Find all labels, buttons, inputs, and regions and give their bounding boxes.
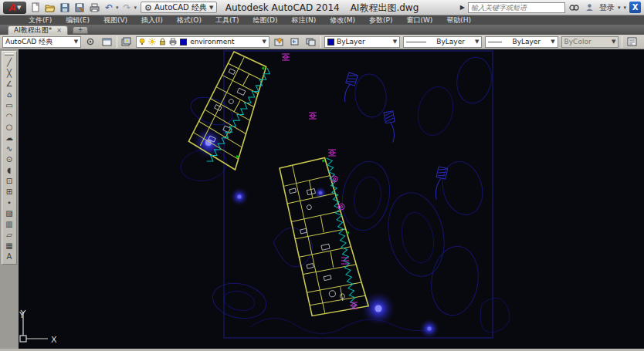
plot-button[interactable]	[88, 2, 100, 14]
lineweight-value: ByLayer	[504, 38, 548, 46]
draw-toolbar: ╱╳∠⌂▭◠○☁∿⊙◖⊡⊞∙▨▥▱▦A	[0, 49, 19, 349]
color-swatch	[327, 39, 334, 46]
app-title: Autodesk AutoCAD 2014	[225, 2, 340, 13]
toolbar-separator	[117, 36, 117, 48]
user-icon[interactable]	[584, 2, 596, 14]
document-tab[interactable]: AI教程出图* ✕	[8, 25, 68, 35]
save-button[interactable]	[59, 2, 71, 14]
new-tab-button[interactable]: +	[73, 26, 88, 34]
infocenter: ▶ 登录 ▾ ▾ X	[460, 2, 641, 14]
menu-item-insert[interactable]: 插入(I)	[134, 15, 170, 25]
menu-bar: 文件(F) 编辑(E) 视图(V) 插入(I) 格式(O) 工具(T) 绘图(D…	[0, 15, 644, 25]
layer-previous-icon[interactable]	[289, 35, 302, 48]
title-bar: A ▼ ↶ ▾ ↷ ▾ AutoCAD 经典 ▼ Autodesk AutoCA…	[0, 0, 644, 15]
menu-item-format[interactable]: 格式(O)	[170, 15, 208, 25]
multiline-text-icon[interactable]: A	[3, 251, 15, 262]
color-dropdown[interactable]: ByLayer ▼	[324, 36, 400, 48]
gear-icon[interactable]	[84, 35, 97, 48]
app-menu-caret-icon: ▼	[17, 5, 21, 11]
app-menu-button[interactable]: A ▼	[3, 2, 26, 14]
point-icon[interactable]: ∙	[3, 197, 15, 208]
region-icon[interactable]: ▱	[3, 230, 15, 241]
color-value: ByLayer	[337, 38, 391, 46]
layer-dropdown[interactable]: environment ▼	[136, 36, 269, 48]
toolbar-grip-handle[interactable]	[5, 53, 14, 56]
drawing-canvas[interactable]: Y X	[19, 49, 644, 349]
infocenter-collapse-icon[interactable]: ▶	[460, 4, 465, 11]
linetype-dropdown[interactable]: ByLayer ▼	[403, 36, 482, 48]
lineweight-dropdown[interactable]: ByLayer ▼	[485, 36, 558, 48]
workspace-settings-icon[interactable]	[100, 35, 114, 48]
layer-properties-manager-icon[interactable]	[120, 35, 134, 48]
workspace-dropdown-titlebar[interactable]: AutoCAD 经典 ▼	[141, 2, 217, 13]
circle-icon[interactable]: ○	[3, 122, 15, 133]
linetype-caret-icon: ▼	[475, 39, 479, 45]
menu-item-parametric[interactable]: 参数(P)	[362, 15, 399, 25]
layer-dropdown-caret-icon: ▼	[263, 39, 266, 45]
open-file-button[interactable]	[44, 2, 56, 14]
quick-access-toolbar: ↶ ▾ ↷ ▾	[29, 2, 137, 14]
ucs-x-label: X	[51, 335, 57, 345]
properties-palette-icon[interactable]	[625, 35, 639, 48]
infocenter-menu-caret-icon[interactable]: ▾	[623, 5, 626, 11]
menu-item-window[interactable]: 窗口(W)	[399, 15, 439, 25]
exchange-apps-icon[interactable]: X	[629, 2, 641, 13]
table-icon[interactable]: ▦	[3, 241, 15, 251]
construction-line-icon[interactable]: ╳	[3, 68, 15, 79]
insert-block-icon[interactable]: ⊡	[3, 176, 15, 187]
menu-item-modify[interactable]: 修改(M)	[323, 15, 362, 25]
arc-icon[interactable]: ◠	[3, 111, 15, 122]
make-layer-current-icon[interactable]	[273, 35, 286, 48]
new-file-button[interactable]	[29, 2, 42, 14]
menu-item-draw[interactable]: 绘图(D)	[246, 15, 284, 25]
save-as-button[interactable]	[73, 2, 86, 14]
menu-item-edit[interactable]: 编辑(E)	[59, 15, 97, 25]
hatch-icon[interactable]: ▨	[3, 208, 15, 219]
layer-color-swatch	[180, 39, 187, 46]
spline-icon[interactable]: ∿	[3, 143, 15, 154]
redo-caret-icon[interactable]: ▾	[134, 5, 137, 11]
toolbar-row: AutoCAD 经典 ▼ environment ▼ ByLayer ▼ ByL…	[0, 35, 644, 49]
linetype-sample	[406, 42, 426, 42]
sign-in-label[interactable]: 登录	[599, 2, 615, 13]
search-input[interactable]	[468, 2, 565, 13]
polyline-icon[interactable]: ∠	[3, 79, 15, 89]
menu-item-file[interactable]: 文件(F)	[22, 15, 59, 25]
tab-close-icon[interactable]: ✕	[56, 28, 62, 34]
workspace-combo[interactable]: AutoCAD 经典 ▼	[2, 36, 81, 48]
file-tab-bar: AI教程出图* ✕ +	[0, 25, 644, 35]
lineweight-caret-icon: ▼	[551, 39, 554, 45]
menu-item-view[interactable]: 视图(V)	[97, 15, 134, 25]
redo-button[interactable]: ↷	[121, 2, 134, 14]
rectangle-icon[interactable]: ▭	[3, 100, 15, 111]
new-tab-icon: +	[78, 27, 83, 33]
layer-freeze-sun-icon	[148, 38, 156, 46]
workspace-label: AutoCAD 经典	[154, 2, 207, 13]
window-title: Autodesk AutoCAD 2014 AI教程出图.dwg	[225, 0, 419, 15]
menu-item-help[interactable]: 帮助(H)	[439, 15, 478, 25]
layer-states-icon[interactable]	[304, 35, 317, 48]
draw-toolbar-panel: ╱╳∠⌂▭◠○☁∿⊙◖⊡⊞∙▨▥▱▦A	[2, 51, 17, 265]
site-plan-drawing: Y X	[19, 49, 644, 349]
search-icon[interactable]	[568, 2, 581, 14]
workspace-combo-label: AutoCAD 经典	[5, 37, 72, 47]
toolbar-separator	[622, 36, 622, 48]
ellipse-arc-icon[interactable]: ◖	[3, 165, 15, 176]
linetype-value: ByLayer	[429, 38, 473, 46]
revision-cloud-icon[interactable]: ☁	[3, 133, 15, 143]
plot-style-dropdown[interactable]: ByColor ▼	[561, 36, 619, 48]
make-block-icon[interactable]: ⊞	[3, 187, 15, 197]
gradient-icon[interactable]: ▥	[3, 219, 15, 230]
document-title: AI教程出图.dwg	[351, 2, 419, 15]
ellipse-icon[interactable]: ⊙	[3, 154, 15, 165]
layer-lock-icon	[159, 38, 166, 46]
undo-caret-icon[interactable]: ▾	[116, 5, 119, 11]
plot-style-value: ByColor	[564, 38, 609, 46]
polygon-icon[interactable]: ⌂	[3, 89, 15, 100]
undo-button[interactable]: ↶	[103, 2, 115, 14]
line-icon[interactable]: ╱	[3, 57, 15, 68]
menu-item-tools[interactable]: 工具(T)	[208, 15, 246, 25]
layer-on-bulb-icon	[139, 38, 145, 46]
sign-in-caret-icon[interactable]: ▾	[618, 5, 621, 11]
menu-item-dimension[interactable]: 标注(N)	[284, 15, 323, 25]
